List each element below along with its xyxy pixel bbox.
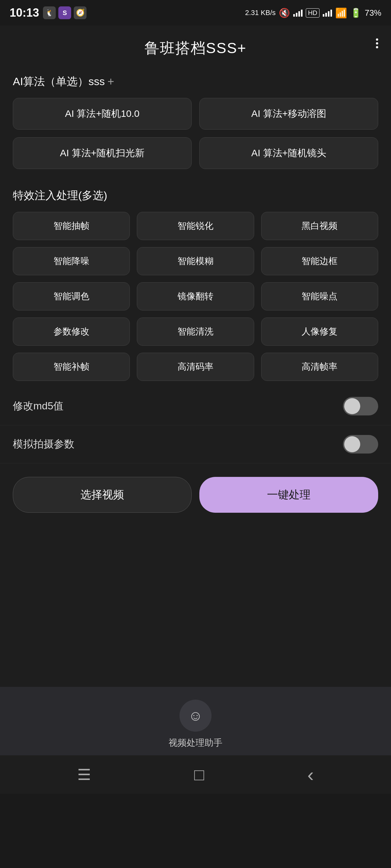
- effects-section-title: 特效注入处理(多选): [13, 188, 378, 203]
- status-time: 10:13: [9, 6, 39, 20]
- app-dock-icon[interactable]: ☺: [179, 700, 212, 732]
- signal-bars: [293, 9, 303, 17]
- photo-toggle-knob: [344, 436, 360, 452]
- soul-icon: S: [58, 6, 71, 19]
- signal-mute-icon: 🔇: [279, 8, 290, 18]
- effect-btn-12[interactable]: 人像修复: [261, 317, 378, 346]
- bottom-area: ☺ 视频处理助手 ☰ □ ‹: [0, 687, 391, 794]
- status-left: 10:13 🐧 S 🧭: [9, 6, 86, 20]
- photo-toggle-row: 模拟拍摄参数: [0, 425, 391, 463]
- status-app-icons: 🐧 S 🧭: [43, 6, 86, 19]
- action-buttons-row: 选择视频 一键处理: [0, 467, 391, 523]
- effect-btn-8[interactable]: 镜像翻转: [137, 282, 254, 310]
- ai-section-title: AI算法（单选）sss +: [13, 74, 378, 89]
- app-title: 鲁班搭档SSS+: [144, 38, 247, 58]
- nav-bar: ☰ □ ‹: [0, 755, 391, 794]
- effect-btn-14[interactable]: 高清码率: [137, 353, 254, 381]
- effect-btn-4[interactable]: 智能降噪: [13, 247, 130, 275]
- add-ai-icon[interactable]: +: [107, 75, 114, 88]
- app-header: 鲁班搭档SSS+: [0, 26, 391, 65]
- effect-btn-10[interactable]: 参数修改: [13, 317, 130, 346]
- effect-btn-2[interactable]: 智能锐化: [137, 212, 254, 240]
- effect-btn-3[interactable]: 黑白视频: [261, 212, 378, 240]
- select-video-button[interactable]: 选择视频: [13, 477, 192, 513]
- ai-section: AI算法（单选）sss + AI 算法+随机10.0 AI 算法+移动溶图 AI…: [0, 65, 391, 179]
- md5-toggle-label: 修改md5值: [13, 399, 63, 413]
- effect-btn-7[interactable]: 智能调色: [13, 282, 130, 310]
- md5-toggle-knob: [344, 398, 360, 414]
- signal-bars-2: [323, 9, 332, 17]
- network-speed: 2.31 KB/s: [245, 9, 276, 17]
- ai-option-1[interactable]: AI 算法+随机10.0: [13, 98, 192, 130]
- md5-toggle-switch[interactable]: [343, 397, 378, 415]
- hd-badge: HD: [306, 8, 319, 18]
- status-right: 2.31 KB/s 🔇 HD 📶 🔋 73%: [245, 7, 381, 19]
- nav-menu-icon[interactable]: ☰: [77, 766, 91, 783]
- app-dock: ☺ 视频处理助手: [0, 687, 391, 755]
- ai-option-3[interactable]: AI 算法+随机扫光新: [13, 137, 192, 169]
- app-container: 鲁班搭档SSS+ AI算法（单选）sss + AI 算法+随机10.0 AI 算…: [0, 26, 391, 794]
- effect-btn-9[interactable]: 智能噪点: [261, 282, 378, 310]
- effect-btn-11[interactable]: 智能清洗: [137, 317, 254, 346]
- md5-toggle-row: 修改md5值: [0, 387, 391, 425]
- app-dock-label: 视频处理助手: [169, 737, 222, 749]
- battery-icon: 🔋: [350, 8, 362, 18]
- effect-btn-1[interactable]: 智能抽帧: [13, 212, 130, 240]
- battery-percent: 73%: [365, 8, 381, 18]
- effects-section: 特效注入处理(多选) 智能抽帧 智能锐化 黑白视频 智能降噪 智能模糊 智能边框…: [0, 179, 391, 387]
- qq-icon: 🐧: [43, 6, 56, 19]
- effect-btn-13[interactable]: 智能补帧: [13, 353, 130, 381]
- nav-back-icon[interactable]: ‹: [307, 764, 314, 786]
- status-bar: 10:13 🐧 S 🧭 2.31 KB/s 🔇 HD 📶 🔋 73%: [0, 0, 391, 26]
- ai-option-2[interactable]: AI 算法+移动溶图: [199, 98, 378, 130]
- photo-toggle-label: 模拟拍摄参数: [13, 437, 74, 451]
- ai-option-4[interactable]: AI 算法+随机镜头: [199, 137, 378, 169]
- ai-buttons-grid: AI 算法+随机10.0 AI 算法+移动溶图 AI 算法+随机扫光新 AI 算…: [13, 98, 378, 169]
- safari-icon: 🧭: [74, 6, 86, 19]
- more-button[interactable]: [376, 38, 378, 48]
- effect-btn-6[interactable]: 智能边框: [261, 247, 378, 275]
- effects-buttons-grid: 智能抽帧 智能锐化 黑白视频 智能降噪 智能模糊 智能边框 智能调色 镜像翻转 …: [13, 212, 378, 381]
- wifi-icon: 📶: [335, 7, 347, 19]
- nav-home-icon[interactable]: □: [194, 765, 204, 784]
- process-button[interactable]: 一键处理: [199, 477, 378, 513]
- effect-btn-5[interactable]: 智能模糊: [137, 247, 254, 275]
- photo-toggle-switch[interactable]: [343, 435, 378, 454]
- effect-btn-15[interactable]: 高清帧率: [261, 353, 378, 381]
